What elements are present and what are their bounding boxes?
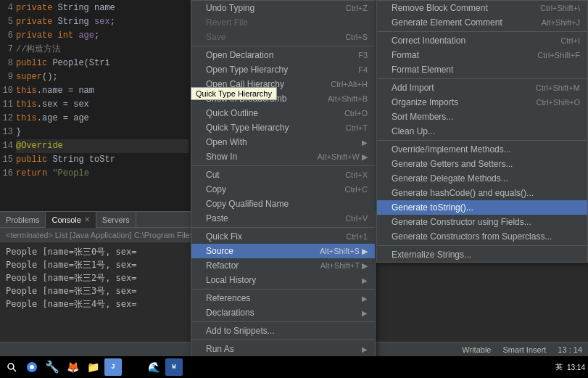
taskbar-folder-icon[interactable]: 📁 (84, 358, 102, 376)
menu-undo-typing[interactable]: Undo Typing Ctrl+Z (191, 1, 375, 15)
svg-point-0 (8, 363, 14, 369)
source-generate-constructor-fields[interactable]: Generate Constructor using Fields... (377, 215, 587, 229)
separator-5 (191, 321, 375, 322)
source-generate-hashcode-equals[interactable]: Generate hashCode() and equals()... (377, 186, 587, 200)
source-submenu[interactable]: Remove Block Comment Ctrl+Shift+\ Genera… (376, 0, 588, 263)
menu-save[interactable]: Save Ctrl+S (191, 30, 375, 44)
source-format[interactable]: Format Ctrl+Shift+F (377, 48, 587, 62)
source-generate-getters-setters[interactable]: Generate Getters and Setters... (377, 157, 587, 171)
source-sep-4 (377, 245, 587, 246)
svg-point-3 (30, 365, 34, 369)
taskbar: 🔧 🦊 📁 J 🛍 🌊 W 英 13:14 (0, 356, 588, 378)
menu-show-in[interactable]: Show In Alt+Shift+W ▶ (191, 149, 375, 164)
separator-6 (191, 340, 375, 340)
tab-problems[interactable]: Problems (0, 212, 46, 228)
source-generate-element-comment[interactable]: Generate Element Comment Alt+Shift+J (377, 15, 587, 30)
context-menu[interactable]: Undo Typing Ctrl+Z Revert File Save Ctrl… (191, 0, 376, 378)
separator-1 (191, 46, 375, 46)
source-remove-block-comment[interactable]: Remove Block Comment Ctrl+Shift+\ (377, 1, 587, 15)
menu-open-type-hierarchy[interactable]: Open Type Hierarchy F4 (191, 62, 375, 77)
menu-local-history[interactable]: Local History ▶ (191, 273, 375, 287)
separator-4 (191, 289, 375, 289)
taskbar-java-icon[interactable]: J (104, 358, 122, 376)
taskbar-chrome-icon[interactable] (23, 358, 41, 376)
menu-revert-file[interactable]: Revert File (191, 15, 375, 30)
source-clean-up[interactable]: Clean Up... (377, 124, 587, 139)
menu-cut[interactable]: Cut Ctrl+X (191, 168, 375, 182)
taskbar-word-icon[interactable]: W (165, 358, 183, 376)
menu-add-snippets[interactable]: Add to Snippets... (191, 324, 375, 338)
source-organize-imports[interactable]: Organize Imports Ctrl+Shift+O (377, 95, 587, 110)
source-generate-constructors-superclass[interactable]: Generate Constructors from Superclass... (377, 229, 587, 244)
source-generate-delegate[interactable]: Generate Delegate Methods... (377, 171, 587, 186)
taskbar-lang: 英 (555, 362, 563, 372)
source-sep-1 (377, 31, 587, 32)
source-add-import[interactable]: Add Import Ctrl+Shift+M (377, 81, 587, 95)
menu-copy[interactable]: Copy Ctrl+C (191, 182, 375, 197)
separator-3 (191, 227, 375, 228)
source-generate-tostring[interactable]: Generate toString()... (377, 200, 587, 215)
menu-paste[interactable]: Paste Ctrl+V (191, 211, 375, 226)
tab-console[interactable]: Console ✕ (46, 212, 96, 228)
taskbar-time: 13:14 (567, 363, 585, 371)
quick-type-tooltip: Quick Type Hierarchy (191, 87, 277, 100)
menu-declarations[interactable]: Declarations ▶ (191, 305, 375, 320)
status-position: 13 : 14 (558, 345, 582, 354)
menu-source[interactable]: Source Alt+Shift+S ▶ (191, 244, 375, 258)
menu-copy-qualified[interactable]: Copy Qualified Name (191, 197, 375, 211)
menu-quick-outline[interactable]: Quick Outline Ctrl+O (191, 106, 375, 120)
menu-quick-fix[interactable]: Quick Fix Ctrl+1 (191, 229, 375, 244)
console-header-label: <terminated> List [Java Application] C:\… (3, 231, 216, 239)
menu-quick-type-hierarchy[interactable]: Quick Type Hierarchy Ctrl+T (191, 120, 375, 135)
taskbar-store-icon[interactable]: 🛍 (125, 358, 142, 376)
source-sep-2 (377, 78, 587, 79)
tab-servers[interactable]: Servers (96, 212, 136, 228)
taskbar-right: 英 13:14 (555, 362, 585, 372)
menu-open-with[interactable]: Open With ▶ (191, 135, 375, 149)
taskbar-app3-icon[interactable]: 🔧 (44, 358, 61, 376)
taskbar-edge-icon[interactable]: 🌊 (145, 358, 162, 376)
console-close-btn[interactable]: ✕ (84, 215, 90, 223)
menu-run-as[interactable]: Run As ▶ (191, 342, 375, 356)
source-sep-3 (377, 140, 587, 141)
source-format-element[interactable]: Format Element (377, 62, 587, 77)
taskbar-firefox-icon[interactable]: 🦊 (64, 358, 81, 376)
source-externalize-strings[interactable]: Externalize Strings... (377, 247, 587, 262)
taskbar-search-icon[interactable] (3, 358, 20, 376)
status-insert-mode: Smart Insert (502, 345, 546, 354)
status-writable: Writable (462, 345, 491, 354)
source-sort-members[interactable]: Sort Members... (377, 110, 587, 124)
separator-2 (191, 165, 375, 166)
menu-open-declaration[interactable]: Open Declaration F3 (191, 48, 375, 62)
svg-line-1 (13, 369, 16, 371)
menu-references[interactable]: References ▶ (191, 291, 375, 305)
source-override-implement[interactable]: Override/Implement Methods... (377, 142, 587, 157)
menu-refactor[interactable]: Refactor Alt+Shift+T ▶ (191, 258, 375, 273)
source-correct-indentation[interactable]: Correct Indentation Ctrl+I (377, 33, 587, 48)
